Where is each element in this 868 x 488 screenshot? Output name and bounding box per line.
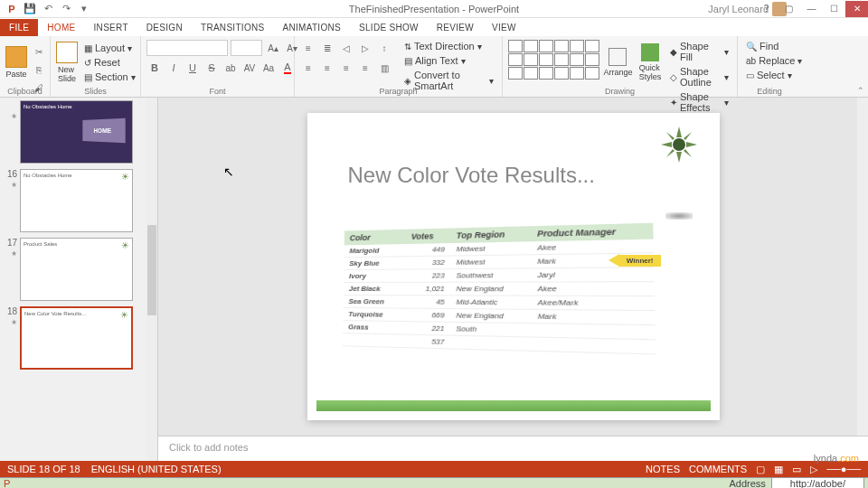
font-color-icon[interactable]: A (279, 60, 296, 76)
svg-marker-2 (676, 152, 682, 163)
slide-canvas[interactable]: New Color Vote Results... ColorVotesTop … (307, 113, 720, 420)
numbering-icon[interactable]: ≣ (319, 40, 335, 56)
svg-marker-5 (666, 132, 675, 140)
group-slides: New Slide ▦ Layout ▾ ↺ Reset ▤ Section ▾… (51, 36, 141, 97)
font-family-select[interactable] (146, 40, 228, 56)
maximize-button[interactable]: ☐ (823, 1, 845, 17)
quick-styles-button[interactable]: Quick Styles (637, 40, 664, 85)
qat-more-icon[interactable]: ▾ (78, 3, 90, 15)
minimize-button[interactable]: — (800, 1, 823, 17)
group-font: A▴ A▾ B I U S ab AV Aa A Font (141, 36, 295, 97)
watermark: lynda.com (814, 439, 859, 468)
quick-access-toolbar: P 💾 ↶ ↷ ▾ (0, 3, 90, 15)
shape-fill-button[interactable]: ◆ Shape Fill ▾ (667, 40, 731, 63)
shape-outline-button[interactable]: ◇ Shape Outline ▾ (667, 65, 731, 89)
tab-review[interactable]: REVIEW (428, 19, 483, 36)
indent-dec-icon[interactable]: ◁ (338, 40, 354, 56)
cursor-icon: ↖ (223, 164, 234, 179)
paste-button[interactable]: Paste (5, 40, 27, 85)
copy-icon[interactable]: ⎘ (31, 61, 47, 78)
powerpoint-taskbar-icon[interactable]: P (4, 478, 10, 489)
svg-marker-3 (661, 142, 672, 147)
underline-icon[interactable]: U (184, 60, 201, 76)
reset-button[interactable]: ↺ Reset (81, 56, 138, 69)
tab-view[interactable]: VIEW (483, 19, 525, 36)
bold-icon[interactable]: B (146, 60, 163, 76)
select-button[interactable]: ▭ Select ▾ (743, 69, 795, 81)
taskbar: P Address http://adobe/ (0, 477, 868, 488)
svg-marker-1 (676, 127, 682, 137)
sun-icon (661, 127, 697, 163)
notes-pane[interactable]: Click to add notes (158, 436, 868, 461)
thumbnail-slide[interactable]: ★No Obstacles HomeHOME (0, 98, 157, 166)
notes-toggle[interactable]: NOTES (646, 464, 680, 475)
tab-design[interactable]: DESIGN (137, 19, 192, 36)
columns-icon[interactable]: ▥ (376, 60, 392, 76)
tab-slideshow[interactable]: SLIDE SHOW (350, 19, 428, 36)
thumbnail-slide[interactable]: 18★New Color Vote Results...☀ (0, 304, 157, 372)
align-text-button[interactable]: ▤ Align Text ▾ (401, 54, 496, 67)
arrow-icon (609, 254, 619, 267)
justify-icon[interactable]: ≡ (357, 60, 373, 76)
section-button[interactable]: ▤ Section ▾ (81, 70, 138, 83)
slide-scrollbar[interactable] (857, 98, 868, 436)
italic-icon[interactable]: I (165, 60, 182, 76)
svg-marker-6 (684, 132, 692, 140)
footer-bar (316, 400, 711, 411)
close-button[interactable]: ✕ (845, 1, 868, 17)
undo-icon[interactable]: ↶ (42, 3, 54, 15)
save-icon[interactable]: 💾 (24, 3, 36, 15)
tab-transitions[interactable]: TRANSITIONS (192, 19, 274, 36)
statusbar: SLIDE 18 OF 18 ENGLISH (UNITED STATES) N… (0, 461, 868, 477)
workspace: ★No Obstacles HomeHOME16★No Obstacles Ho… (0, 98, 868, 461)
thumbnail-slide[interactable]: 16★No Obstacles Home☀ (0, 166, 157, 235)
tab-home[interactable]: HOME (38, 19, 84, 36)
line-spacing-icon[interactable]: ↕ (376, 40, 392, 56)
align-left-icon[interactable]: ≡ (300, 60, 316, 76)
thumb-scrollbar[interactable] (146, 98, 157, 461)
spacing-icon[interactable]: AV (241, 60, 258, 76)
collapse-ribbon-icon[interactable]: ⌃ (857, 86, 864, 95)
svg-marker-4 (686, 142, 697, 147)
winner-callout: Winner! (609, 254, 661, 267)
arrange-button[interactable]: Arrange (603, 40, 633, 85)
align-right-icon[interactable]: ≡ (338, 60, 354, 76)
grow-font-icon[interactable]: A▴ (265, 40, 281, 56)
svg-marker-7 (666, 149, 675, 157)
text-direction-button[interactable]: ⇅ Text Direction ▾ (401, 40, 496, 52)
document-title: TheFinishedPresentation - PowerPoint (349, 4, 519, 14)
ribbon-options-button[interactable]: ▢ (778, 1, 800, 17)
redo-icon[interactable]: ↷ (60, 3, 72, 15)
help-button[interactable]: ? (755, 1, 778, 17)
layout-button[interactable]: ▦ Layout ▾ (81, 42, 138, 54)
view-normal-icon[interactable]: ▢ (756, 464, 765, 475)
replace-button[interactable]: ab Replace ▾ (743, 54, 805, 67)
ribbon: Paste ✂ ⎘ 🖌 Clipboard New Slide ▦ Layout… (0, 36, 868, 98)
tab-insert[interactable]: INSERT (85, 19, 137, 36)
indent-inc-icon[interactable]: ▷ (357, 40, 373, 56)
quick-styles-icon (641, 43, 659, 61)
group-paragraph: ≡ ≣ ◁ ▷ ↕ ≡ ≡ ≡ ≡ ▥ ⇅ Text Direction ▾ ▤… (295, 36, 503, 97)
view-reading-icon[interactable]: ▭ (792, 464, 801, 475)
svg-marker-8 (684, 149, 692, 157)
language-label[interactable]: ENGLISH (UNITED STATES) (91, 464, 222, 474)
new-slide-button[interactable]: New Slide (56, 40, 78, 85)
bullets-icon[interactable]: ≡ (300, 40, 316, 56)
shapes-gallery[interactable] (508, 40, 599, 80)
align-center-icon[interactable]: ≡ (319, 60, 335, 76)
group-clipboard: Paste ✂ ⎘ 🖌 Clipboard (0, 36, 51, 97)
powerpoint-icon: P (5, 3, 18, 15)
arrange-icon (609, 48, 627, 66)
address-field[interactable]: http://adobe/ (771, 477, 864, 489)
font-size-select[interactable] (231, 40, 262, 56)
case-icon[interactable]: Aa (260, 60, 277, 76)
tab-file[interactable]: FILE (0, 19, 38, 36)
cut-icon[interactable]: ✂ (31, 43, 47, 60)
tab-animations[interactable]: ANIMATIONS (274, 19, 350, 36)
thumbnail-slide[interactable]: 17★Product Sales☀ (0, 235, 157, 304)
strike-icon[interactable]: S (203, 60, 220, 76)
find-button[interactable]: 🔍 Find (743, 40, 781, 52)
comments-toggle[interactable]: COMMENTS (689, 464, 747, 475)
shadow-icon[interactable]: ab (222, 60, 239, 76)
view-sorter-icon[interactable]: ▦ (774, 464, 783, 475)
